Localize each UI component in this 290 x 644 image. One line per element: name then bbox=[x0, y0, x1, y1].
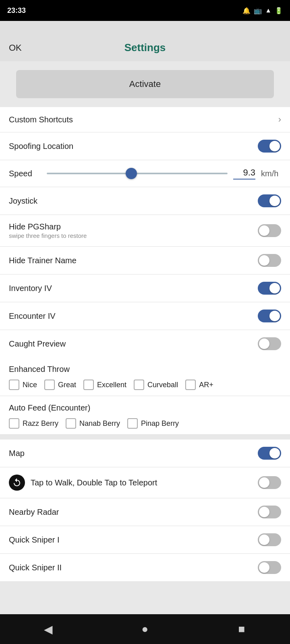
throw-options-row: Nice Great Excellent Curveball AR+ bbox=[9, 380, 281, 390]
hide-pgsharp-label: Hide PGSharp swipe three fingers to rest… bbox=[9, 222, 258, 239]
encounter-iv-toggle[interactable] bbox=[258, 310, 281, 322]
great-checkbox[interactable] bbox=[44, 380, 55, 390]
caught-preview-track bbox=[258, 337, 281, 350]
razz-berry[interactable]: Razz Berry bbox=[9, 418, 58, 429]
auto-feed-section: Auto Feed (Encounter) Razz Berry Nanab B… bbox=[0, 396, 290, 435]
nanab-label: Nanab Berry bbox=[79, 419, 120, 428]
inventory-iv-track bbox=[258, 282, 281, 295]
joystick-row: Joystick bbox=[0, 187, 290, 215]
spoofing-location-row: Spoofing Location bbox=[0, 132, 290, 160]
page-title: Settings bbox=[124, 41, 166, 54]
joystick-label: Joystick bbox=[9, 196, 258, 206]
razz-label: Razz Berry bbox=[23, 419, 58, 428]
great-label: Great bbox=[58, 381, 76, 389]
nanab-checkbox[interactable] bbox=[66, 418, 76, 429]
pinap-berry[interactable]: Pinap Berry bbox=[127, 418, 179, 429]
caught-preview-thumb bbox=[259, 339, 269, 349]
hide-trainer-thumb bbox=[259, 255, 269, 266]
nice-label: Nice bbox=[23, 381, 37, 389]
settings-content: Activate Custom Shortcuts › Spoofing Loc… bbox=[0, 61, 290, 625]
time-display: 23:33 bbox=[7, 6, 26, 15]
back-button[interactable]: ◀ bbox=[36, 617, 60, 641]
caught-preview-label: Caught Preview bbox=[9, 339, 258, 349]
cast-icon: 📺 bbox=[254, 7, 262, 14]
inventory-iv-toggle[interactable] bbox=[258, 282, 281, 295]
quick-sniper-1-toggle[interactable] bbox=[258, 533, 281, 546]
home-button[interactable]: ● bbox=[133, 617, 157, 641]
tap-walk-row: Tap to Walk, Double Tap to Teleport bbox=[0, 467, 290, 498]
hide-trainer-track bbox=[258, 254, 281, 267]
notification-icon: 🔔 bbox=[242, 7, 251, 14]
settings-list-2: Map Tap to Walk, Double Tap to Teleport bbox=[0, 440, 290, 581]
feed-options-row: Razz Berry Nanab Berry Pinap Berry bbox=[9, 418, 281, 429]
speed-row: Speed 9.3 km/h bbox=[0, 160, 290, 187]
inventory-iv-row: Inventory IV bbox=[0, 275, 290, 302]
excellent-label: Excellent bbox=[97, 381, 126, 389]
map-thumb bbox=[269, 448, 280, 458]
top-bar: OK Settings bbox=[0, 21, 290, 61]
joystick-track bbox=[258, 194, 281, 207]
speed-value: 9.3 bbox=[233, 167, 255, 180]
custom-shortcuts-row[interactable]: Custom Shortcuts › bbox=[0, 107, 290, 132]
map-row: Map bbox=[0, 440, 290, 467]
inventory-iv-thumb bbox=[269, 283, 280, 293]
razz-checkbox[interactable] bbox=[9, 418, 19, 429]
excellent-checkbox[interactable] bbox=[83, 380, 94, 390]
caught-preview-toggle[interactable] bbox=[258, 337, 281, 350]
encounter-iv-label: Encounter IV bbox=[9, 312, 258, 321]
quick-sniper-1-row: Quick Sniper I bbox=[0, 526, 290, 554]
hide-pgsharp-toggle[interactable] bbox=[258, 224, 281, 237]
nearby-radar-thumb bbox=[259, 507, 269, 517]
quick-sniper-1-label: Quick Sniper I bbox=[9, 535, 258, 545]
nanab-berry[interactable]: Nanab Berry bbox=[66, 418, 120, 429]
quick-sniper-2-row: Quick Sniper II bbox=[0, 554, 290, 581]
tap-walk-thumb bbox=[259, 477, 269, 488]
quick-sniper-1-track bbox=[258, 533, 281, 546]
caught-preview-row: Caught Preview bbox=[0, 330, 290, 357]
hide-trainer-toggle[interactable] bbox=[258, 254, 281, 267]
map-label: Map bbox=[9, 449, 258, 458]
map-track bbox=[258, 447, 281, 460]
activate-button[interactable]: Activate bbox=[16, 70, 274, 98]
speed-slider[interactable] bbox=[47, 173, 228, 174]
tap-walk-label: Tap to Walk, Double Tap to Teleport bbox=[31, 478, 252, 487]
spoofing-track bbox=[258, 140, 281, 153]
tap-walk-toggle[interactable] bbox=[258, 476, 281, 489]
throw-excellent[interactable]: Excellent bbox=[83, 380, 126, 390]
nearby-radar-row: Nearby Radar bbox=[0, 498, 290, 526]
recents-button[interactable]: ■ bbox=[230, 617, 254, 641]
nice-checkbox[interactable] bbox=[9, 380, 19, 390]
wifi-icon: ▲ bbox=[265, 7, 271, 14]
throw-great[interactable]: Great bbox=[44, 380, 76, 390]
chevron-right-icon: › bbox=[278, 114, 281, 125]
speed-label: Speed bbox=[9, 169, 41, 178]
joystick-toggle[interactable] bbox=[258, 194, 281, 207]
curveball-checkbox[interactable] bbox=[134, 380, 144, 390]
throw-curveball[interactable]: Curveball bbox=[134, 380, 178, 390]
activate-section: Activate bbox=[0, 61, 290, 102]
status-bar: 23:33 🔔 📺 ▲ 🔋 bbox=[0, 0, 290, 21]
ar-checkbox[interactable] bbox=[185, 380, 196, 390]
settings-list: Custom Shortcuts › Spoofing Location Spe… bbox=[0, 107, 290, 357]
quick-sniper-2-thumb bbox=[259, 562, 269, 573]
map-toggle[interactable] bbox=[258, 447, 281, 460]
nearby-radar-toggle[interactable] bbox=[258, 506, 281, 518]
enhanced-throw-title: Enhanced Throw bbox=[9, 365, 281, 374]
throw-ar[interactable]: AR+ bbox=[185, 380, 213, 390]
hide-pgsharp-row: Hide PGSharp swipe three fingers to rest… bbox=[0, 215, 290, 247]
quick-sniper-1-thumb bbox=[259, 535, 269, 545]
throw-nice[interactable]: Nice bbox=[9, 380, 37, 390]
spoofing-location-toggle[interactable] bbox=[258, 140, 281, 153]
pinap-label: Pinap Berry bbox=[141, 419, 179, 428]
quick-sniper-2-label: Quick Sniper II bbox=[9, 563, 258, 572]
hide-pgsharp-thumb bbox=[259, 225, 269, 236]
pinap-checkbox[interactable] bbox=[127, 418, 138, 429]
hide-pgsharp-track bbox=[258, 224, 281, 237]
ok-button[interactable]: OK bbox=[9, 43, 22, 53]
auto-feed-title: Auto Feed (Encounter) bbox=[9, 403, 281, 413]
joystick-thumb bbox=[269, 196, 280, 206]
quick-sniper-2-toggle[interactable] bbox=[258, 561, 281, 574]
spoofing-location-label: Spoofing Location bbox=[9, 142, 258, 151]
battery-icon: 🔋 bbox=[275, 7, 283, 14]
nearby-radar-label: Nearby Radar bbox=[9, 508, 258, 517]
